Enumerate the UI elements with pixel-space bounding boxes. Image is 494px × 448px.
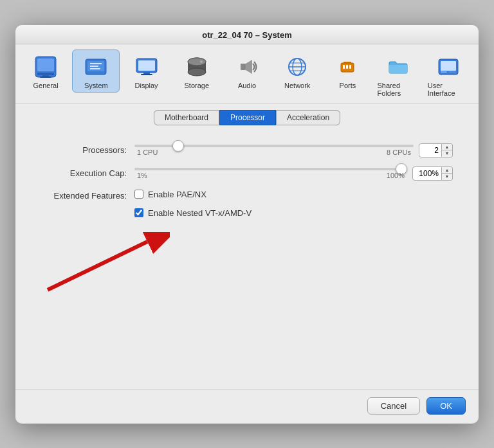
extended-features-row: Extended Features: Enable PAE/NX Enable … bbox=[41, 190, 453, 223]
arrow-annotation bbox=[41, 232, 453, 296]
toolbar-item-network[interactable]: Network bbox=[273, 49, 321, 93]
pae-row: Enable PAE/NX bbox=[134, 190, 206, 199]
processors-slider-row bbox=[134, 145, 414, 147]
svg-line-36 bbox=[48, 242, 147, 290]
svg-point-16 bbox=[188, 68, 206, 76]
toolbar: General System bbox=[15, 44, 479, 103]
processors-value-input[interactable] bbox=[419, 143, 442, 157]
execution-cap-max-label: 100% bbox=[387, 172, 405, 179]
nested-vt-label[interactable]: Enable Nested VT-x/AMD-V bbox=[148, 208, 252, 218]
tab-acceleration[interactable]: Acceleration bbox=[276, 110, 340, 125]
display-icon bbox=[134, 54, 160, 80]
nested-vt-checkbox[interactable] bbox=[134, 208, 143, 217]
extended-features-label: Extended Features: bbox=[41, 190, 134, 201]
svg-rect-28 bbox=[346, 65, 348, 69]
execution-cap-spin-up[interactable]: ▲ bbox=[442, 167, 452, 174]
processors-spin-up[interactable]: ▲ bbox=[442, 144, 452, 150]
main-window: otr_22_04 70 – System General bbox=[15, 25, 479, 424]
window-title: otr_22_04 70 – System bbox=[202, 30, 291, 40]
shared-folders-icon bbox=[385, 54, 411, 80]
processor-content: Processors: 1 CPU 8 CPUs ▲ ▼ bbox=[15, 130, 479, 389]
processors-row: Processors: 1 CPU 8 CPUs ▲ ▼ bbox=[41, 143, 453, 157]
general-icon bbox=[33, 54, 59, 80]
audio-icon bbox=[234, 54, 260, 80]
toolbar-item-display[interactable]: Display bbox=[122, 49, 170, 93]
extended-features-control: Enable PAE/NX Enable Nested VT-x/AMD-V bbox=[134, 190, 453, 223]
svg-point-18 bbox=[200, 60, 203, 63]
toolbar-item-storage[interactable]: Storage bbox=[173, 49, 221, 93]
processors-slider[interactable] bbox=[134, 145, 414, 147]
processors-spin-down[interactable]: ▼ bbox=[442, 150, 452, 157]
svg-rect-30 bbox=[343, 62, 351, 64]
execution-cap-spin-box: ▲ ▼ bbox=[412, 166, 453, 181]
svg-rect-34 bbox=[448, 71, 456, 73]
svg-rect-33 bbox=[441, 71, 447, 73]
processors-control: 1 CPU 8 CPUs ▲ ▼ bbox=[134, 143, 453, 157]
svg-rect-32 bbox=[441, 61, 456, 71]
svg-rect-29 bbox=[349, 65, 351, 69]
execution-cap-spin-arrows: ▲ ▼ bbox=[442, 166, 453, 181]
storage-icon bbox=[184, 54, 210, 80]
titlebar: otr_22_04 70 – System bbox=[15, 25, 479, 44]
svg-rect-19 bbox=[241, 64, 246, 70]
execution-cap-label: Execution Cap: bbox=[41, 168, 134, 178]
execution-cap-slider-container: 1% 100% bbox=[134, 168, 407, 179]
toolbar-label-general: General bbox=[33, 82, 59, 89]
processors-slider-labels: 1 CPU 8 CPUs bbox=[134, 148, 414, 156]
toolbar-item-user-interface[interactable]: User Interface bbox=[425, 49, 472, 100]
user-interface-icon bbox=[435, 54, 461, 80]
execution-cap-slider-labels: 1% 100% bbox=[134, 172, 407, 179]
system-icon bbox=[83, 54, 109, 80]
svg-rect-1 bbox=[37, 58, 54, 71]
toolbar-item-shared-folders[interactable]: Shared Folders bbox=[374, 49, 422, 100]
toolbar-label-user-interface: User Interface bbox=[428, 82, 469, 97]
ports-icon bbox=[334, 54, 360, 80]
network-icon bbox=[284, 54, 310, 80]
svg-rect-11 bbox=[138, 60, 155, 71]
svg-point-17 bbox=[188, 58, 206, 66]
toolbar-label-ports: Ports bbox=[340, 82, 356, 89]
tab-motherboard[interactable]: Motherboard bbox=[154, 110, 219, 125]
processors-label: Processors: bbox=[41, 145, 134, 155]
cancel-button[interactable]: Cancel bbox=[367, 397, 420, 415]
toolbar-label-network: Network bbox=[284, 82, 310, 89]
processors-spin-arrows: ▲ ▼ bbox=[442, 143, 453, 157]
tabs-row: Motherboard Processor Acceleration bbox=[15, 103, 479, 130]
execution-cap-slider[interactable] bbox=[134, 168, 407, 170]
execution-cap-value-input[interactable] bbox=[412, 166, 442, 181]
execution-cap-row: Execution Cap: 1% 100% ▲ ▼ bbox=[41, 166, 453, 181]
toolbar-item-audio[interactable]: Audio bbox=[223, 49, 271, 93]
processors-min-label: 1 CPU bbox=[137, 148, 158, 156]
svg-rect-4 bbox=[40, 76, 51, 78]
svg-marker-20 bbox=[246, 60, 252, 74]
processors-max-label: 8 CPUs bbox=[387, 148, 411, 156]
svg-rect-2 bbox=[37, 73, 54, 75]
toolbar-label-system: System bbox=[84, 82, 108, 89]
footer: Cancel OK bbox=[15, 389, 479, 424]
execution-cap-min-label: 1% bbox=[137, 172, 147, 179]
processors-spin-box: ▲ ▼ bbox=[419, 143, 453, 157]
tab-processor[interactable]: Processor bbox=[219, 110, 276, 125]
toolbar-item-general[interactable]: General bbox=[22, 49, 69, 93]
toolbar-item-ports[interactable]: Ports bbox=[324, 49, 371, 93]
execution-cap-spin-down[interactable]: ▼ bbox=[442, 174, 452, 180]
toolbar-label-display: Display bbox=[135, 82, 158, 89]
ok-button[interactable]: OK bbox=[426, 397, 466, 415]
pae-checkbox[interactable] bbox=[134, 190, 143, 199]
toolbar-item-system[interactable]: System bbox=[72, 49, 120, 93]
toolbar-label-shared-folders: Shared Folders bbox=[378, 82, 419, 97]
toolbar-label-storage: Storage bbox=[185, 82, 210, 89]
svg-rect-27 bbox=[343, 65, 345, 69]
execution-cap-control: 1% 100% ▲ ▼ bbox=[134, 166, 453, 181]
toolbar-label-audio: Audio bbox=[238, 82, 256, 89]
svg-rect-13 bbox=[141, 74, 152, 75]
pae-label[interactable]: Enable PAE/NX bbox=[148, 190, 206, 199]
nested-vt-row: Enable Nested VT-x/AMD-V bbox=[134, 208, 252, 218]
execution-cap-slider-row bbox=[134, 168, 407, 170]
red-arrow-svg bbox=[41, 232, 170, 296]
processors-slider-container: 1 CPU 8 CPUs bbox=[134, 145, 414, 156]
